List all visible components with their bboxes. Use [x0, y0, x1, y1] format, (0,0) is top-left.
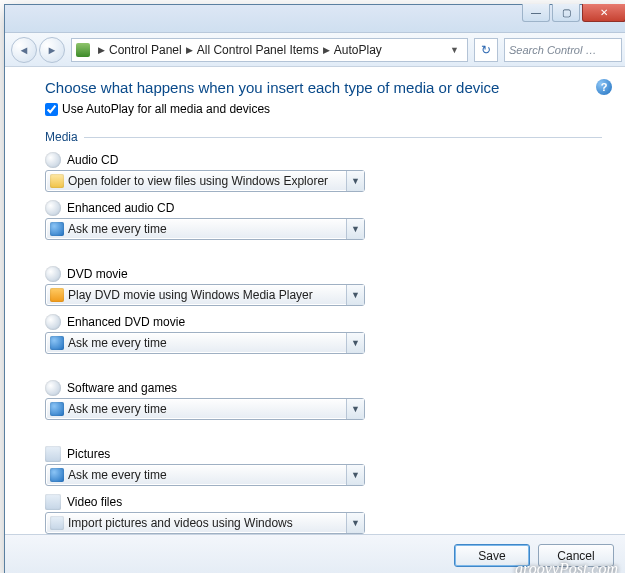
breadcrumb[interactable]: ▶ Control Panel ▶ All Control Panel Item…: [71, 38, 468, 62]
help-icon[interactable]: ?: [596, 79, 612, 95]
media-action-dropdown[interactable]: Play DVD movie using Windows Media Playe…: [45, 284, 365, 306]
media-list: Audio CDOpen folder to view files using …: [45, 152, 602, 534]
chevron-down-icon: ▼: [346, 465, 364, 485]
pic-icon: [45, 494, 61, 510]
media-item-label-row: Audio CD: [45, 152, 602, 168]
disc-icon: [45, 380, 61, 396]
search-input[interactable]: Search Control …: [504, 38, 622, 62]
minimize-button[interactable]: —: [522, 4, 550, 22]
back-button[interactable]: ◄: [11, 37, 37, 63]
disc-icon: [45, 266, 61, 282]
maximize-button[interactable]: ▢: [552, 4, 580, 22]
breadcrumb-sep: ▶: [186, 45, 193, 55]
titlebar: — ▢ ✕: [5, 5, 625, 33]
page-title: Choose what happens when you insert each…: [45, 79, 602, 96]
content-area: ? Choose what happens when you insert ea…: [5, 67, 625, 534]
media-item-label: Audio CD: [67, 153, 118, 167]
chevron-down-icon: ▼: [346, 219, 364, 239]
chevron-down-icon: ▼: [346, 285, 364, 305]
divider: [84, 137, 602, 138]
chevron-down-icon: ▼: [346, 399, 364, 419]
media-item: Software and gamesAsk me every time▼: [45, 380, 602, 420]
selected-action-text: Ask me every time: [68, 222, 346, 236]
selected-action-icon: [50, 468, 64, 482]
media-item-label: DVD movie: [67, 267, 128, 281]
selected-action-icon: [50, 336, 64, 350]
window-controls: — ▢ ✕: [522, 4, 625, 22]
chevron-down-icon: ▼: [346, 171, 364, 191]
media-item-label-row: Pictures: [45, 446, 602, 462]
media-action-dropdown[interactable]: Import pictures and videos using Windows…: [45, 512, 365, 534]
navigation-bar: ◄ ► ▶ Control Panel ▶ All Control Panel …: [5, 33, 625, 67]
breadcrumb-sep: ▶: [98, 45, 105, 55]
selected-action-icon: [50, 516, 64, 530]
disc-icon: [45, 200, 61, 216]
selected-action-text: Ask me every time: [68, 468, 346, 482]
selected-action-icon: [50, 288, 64, 302]
save-button[interactable]: Save: [454, 544, 530, 567]
spacer: [45, 354, 602, 372]
media-item-label-row: Enhanced DVD movie: [45, 314, 602, 330]
media-item-label: Pictures: [67, 447, 110, 461]
footer: Save Cancel: [5, 534, 625, 573]
media-item-label: Enhanced audio CD: [67, 201, 174, 215]
autoplay-all-label: Use AutoPlay for all media and devices: [62, 102, 270, 116]
selected-action-icon: [50, 402, 64, 416]
media-item: DVD moviePlay DVD movie using Windows Me…: [45, 266, 602, 306]
media-item-label-row: Enhanced audio CD: [45, 200, 602, 216]
media-item-label: Enhanced DVD movie: [67, 315, 185, 329]
media-item: PicturesAsk me every time▼: [45, 446, 602, 486]
media-item-label: Software and games: [67, 381, 177, 395]
close-button[interactable]: ✕: [582, 4, 625, 22]
autoplay-all-row: Use AutoPlay for all media and devices: [45, 102, 602, 116]
breadcrumb-item[interactable]: All Control Panel Items: [197, 43, 319, 57]
forward-button[interactable]: ►: [39, 37, 65, 63]
media-item-label: Video files: [67, 495, 122, 509]
chevron-down-icon: ▼: [346, 513, 364, 533]
selected-action-text: Ask me every time: [68, 336, 346, 350]
breadcrumb-dropdown-icon[interactable]: ▼: [446, 45, 463, 55]
media-action-dropdown[interactable]: Ask me every time▼: [45, 398, 365, 420]
media-group-header: Media: [45, 130, 602, 144]
search-placeholder: Search Control …: [509, 44, 596, 56]
breadcrumb-item[interactable]: AutoPlay: [334, 43, 382, 57]
breadcrumb-sep: ▶: [323, 45, 330, 55]
control-panel-icon: [76, 43, 90, 57]
cancel-button[interactable]: Cancel: [538, 544, 614, 567]
media-action-dropdown[interactable]: Ask me every time▼: [45, 332, 365, 354]
media-item: Audio CDOpen folder to view files using …: [45, 152, 602, 192]
media-item-label-row: DVD movie: [45, 266, 602, 282]
refresh-button[interactable]: ↻: [474, 38, 498, 62]
breadcrumb-item[interactable]: Control Panel: [109, 43, 182, 57]
autoplay-all-checkbox[interactable]: [45, 103, 58, 116]
media-action-dropdown[interactable]: Ask me every time▼: [45, 464, 365, 486]
media-item: Enhanced audio CDAsk me every time▼: [45, 200, 602, 240]
selected-action-icon: [50, 222, 64, 236]
spacer: [45, 240, 602, 258]
media-action-dropdown[interactable]: Ask me every time▼: [45, 218, 365, 240]
disc-icon: [45, 314, 61, 330]
chevron-down-icon: ▼: [346, 333, 364, 353]
selected-action-text: Play DVD movie using Windows Media Playe…: [68, 288, 346, 302]
media-group-label: Media: [45, 130, 78, 144]
disc-icon: [45, 152, 61, 168]
spacer: [45, 420, 602, 438]
selected-action-text: Open folder to view files using Windows …: [68, 174, 346, 188]
media-item: Enhanced DVD movieAsk me every time▼: [45, 314, 602, 354]
selected-action-text: Import pictures and videos using Windows: [68, 516, 346, 530]
media-item-label-row: Video files: [45, 494, 602, 510]
media-action-dropdown[interactable]: Open folder to view files using Windows …: [45, 170, 365, 192]
pic-icon: [45, 446, 61, 462]
autoplay-window: — ▢ ✕ ◄ ► ▶ Control Panel ▶ All Control …: [4, 4, 625, 573]
media-item-label-row: Software and games: [45, 380, 602, 396]
selected-action-text: Ask me every time: [68, 402, 346, 416]
selected-action-icon: [50, 174, 64, 188]
media-item: Video filesImport pictures and videos us…: [45, 494, 602, 534]
